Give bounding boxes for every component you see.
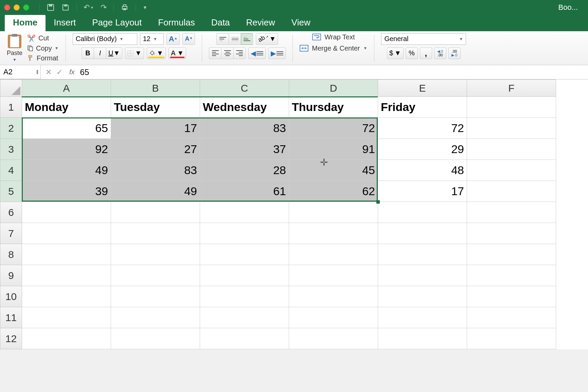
column-header-C[interactable]: C [200,80,289,97]
cell-F12[interactable] [467,328,556,349]
cell-C3[interactable]: 37 [200,139,289,160]
tab-formulas[interactable]: Formulas [150,14,203,31]
currency-format-button[interactable]: $▼ [387,48,404,59]
cell-D8[interactable] [289,244,378,265]
redo-button[interactable]: ↷ [101,3,107,12]
cell-B3[interactable]: 27 [111,139,200,160]
row-header-9[interactable]: 9 [0,265,22,286]
align-left-button[interactable] [209,48,221,59]
cell-A8[interactable] [22,244,111,265]
column-header-A[interactable]: A [22,80,111,97]
cell-E10[interactable] [378,286,467,307]
copy-button[interactable]: Copy ▼ [27,44,59,52]
font-name-select[interactable]: Calibri (Body) ▼ [73,33,137,45]
column-header-F[interactable]: F [467,80,556,97]
print-icon[interactable] [121,3,129,12]
row-header-6[interactable]: 6 [0,202,22,223]
cell-D12[interactable] [289,328,378,349]
row-header-7[interactable]: 7 [0,223,22,244]
cell-B4[interactable]: 83 [111,160,200,181]
cell-A1[interactable]: Monday [22,97,111,118]
cell-D9[interactable] [289,265,378,286]
cell-D1[interactable]: Thursday [289,97,378,118]
comma-format-button[interactable]: , [420,48,432,59]
cell-D10[interactable] [289,286,378,307]
cell-D11[interactable] [289,307,378,328]
cell-C7[interactable] [200,223,289,244]
cell-F10[interactable] [467,286,556,307]
row-header-12[interactable]: 12 [0,328,22,349]
cell-E4[interactable]: 48 [378,160,467,181]
cell-A12[interactable] [22,328,111,349]
borders-button[interactable]: ▼ [125,48,144,59]
cell-F5[interactable] [467,181,556,202]
tab-page-layout[interactable]: Page Layout [84,14,150,31]
cell-A7[interactable] [22,223,111,244]
column-header-D[interactable]: D [289,80,378,97]
cell-F8[interactable] [467,244,556,265]
number-format-select[interactable]: General ▼ [381,33,466,45]
tab-review[interactable]: Review [238,14,283,31]
row-header-5[interactable]: 5 [0,181,22,202]
row-header-1[interactable]: 1 [0,97,22,118]
cell-B9[interactable] [111,265,200,286]
cell-F9[interactable] [467,265,556,286]
cell-F11[interactable] [467,307,556,328]
cell-A10[interactable] [22,286,111,307]
accept-formula-button[interactable]: ✓ [56,68,63,77]
cell-E2[interactable]: 72 [378,118,467,139]
align-right-button[interactable] [233,48,246,59]
select-all-corner[interactable] [0,80,22,97]
font-color-button[interactable]: A ▼ [168,48,186,59]
cell-A5[interactable]: 39 [22,181,111,202]
wrap-text-button[interactable]: Wrap Text [312,33,355,41]
minimize-window-button[interactable] [14,4,20,11]
align-bottom-button[interactable] [241,33,253,45]
autosave-icon[interactable] [47,3,55,12]
align-middle-button[interactable] [229,33,241,45]
name-box-stepper[interactable]: ▲▼ [36,69,39,75]
column-header-B[interactable]: B [111,80,200,97]
cell-B1[interactable]: Tuesday [111,97,200,118]
tab-home[interactable]: Home [5,14,46,31]
row-header-2[interactable]: 2 [0,118,22,139]
italic-button[interactable]: I [94,48,106,59]
tab-insert[interactable]: Insert [46,14,84,31]
align-center-button[interactable] [221,48,233,59]
cell-C2[interactable]: 83 [200,118,289,139]
tab-view[interactable]: View [283,14,319,31]
cell-A4[interactable]: 49 [22,160,111,181]
underline-button[interactable]: U ▼ [106,48,122,59]
cell-C5[interactable]: 61 [200,181,289,202]
cell-F3[interactable] [467,139,556,160]
cell-E9[interactable] [378,265,467,286]
format-painter-button[interactable]: Format [27,54,59,62]
cell-A3[interactable]: 92 [22,139,111,160]
fill-handle[interactable] [376,200,380,204]
align-top-button[interactable] [216,33,229,45]
cell-E8[interactable] [378,244,467,265]
cell-E3[interactable]: 29 [378,139,467,160]
cell-F6[interactable] [467,202,556,223]
decrease-decimal-button[interactable]: .00▶.0 [448,48,461,59]
row-header-8[interactable]: 8 [0,244,22,265]
cell-D4[interactable]: 45 [289,160,378,181]
row-header-10[interactable]: 10 [0,286,22,307]
cell-F4[interactable] [467,160,556,181]
column-header-E[interactable]: E [378,80,467,97]
decrease-font-size-button[interactable]: A▼ [182,33,195,45]
cell-E11[interactable] [378,307,467,328]
cell-C1[interactable]: Wednesday [200,97,289,118]
cell-C4[interactable]: 28 [200,160,289,181]
orientation-button[interactable]: ab↗▼ [256,33,278,45]
cell-E5[interactable]: 17 [378,181,467,202]
cell-E6[interactable] [378,202,467,223]
tab-data[interactable]: Data [203,14,238,31]
cell-C12[interactable] [200,328,289,349]
cell-A2[interactable]: 65 [22,118,111,139]
cell-B8[interactable] [111,244,200,265]
increase-decimal-button[interactable]: ◀.0.00 [434,48,446,59]
cell-D2[interactable]: 72 [289,118,378,139]
row-header-3[interactable]: 3 [0,139,22,160]
cancel-formula-button[interactable]: ✕ [46,68,52,77]
